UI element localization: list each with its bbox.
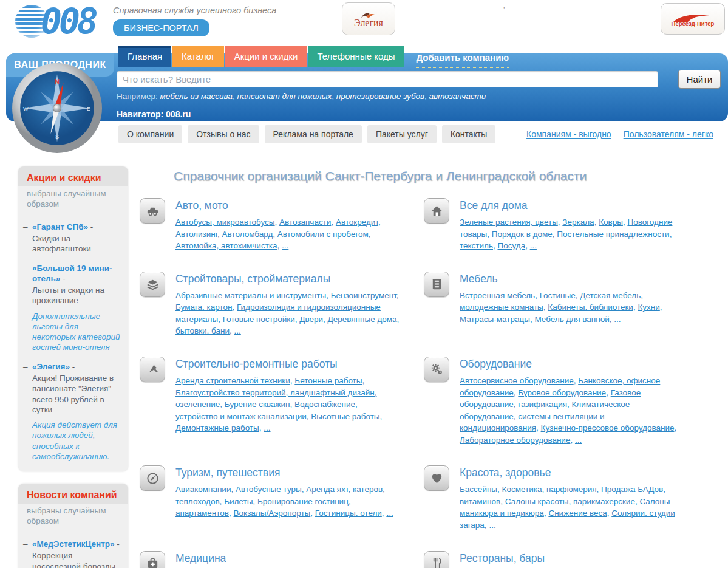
category-link[interactable]: Кузнечно-прессовое оборудование [541,423,675,433]
category-link[interactable]: Бумага, картон [175,303,233,312]
category-link[interactable]: Гостиные [540,291,576,300]
category-link[interactable]: Снижение веса [548,508,607,518]
dash-bullet: – [23,539,32,568]
subnav-button[interactable]: О компании [118,125,182,143]
subnav-button[interactable]: Контакты [442,125,495,143]
category-title[interactable]: Авто, мото [175,199,401,212]
subnav-link[interactable]: Пользователям - легко [624,129,713,139]
category-link[interactable]: Посуда [498,241,526,250]
category-link[interactable]: Салоны красоты, парикмахерские [505,497,635,506]
search-example-link[interactable]: протезирование зубов [336,92,424,101]
find-button[interactable]: Найти [678,70,721,89]
category-title[interactable]: Медицина [175,552,401,565]
category-link[interactable]: Зеленые растения, цветы [460,217,558,227]
category-title[interactable]: Рестораны, бары [460,552,685,565]
subnav-button[interactable]: Реклама на портале [265,125,362,143]
sidebar-item-note: Дополнительные льготы для некоторых кате… [32,311,122,353]
main-content: Справочник организаций Санкт-Петербурга … [140,163,726,568]
search-example-link[interactable]: мебель из массива [160,92,232,101]
category-link[interactable]: Автомойка, автохимчистка [175,241,277,250]
nav-tabs-row: ГлавнаяКаталогАкции и скидкиТелефонные к… [118,46,509,68]
category-link[interactable]: Встроенная мебель [460,291,535,300]
category-block: МебельВстроенная мебель, Гостиные, Детск… [424,272,726,337]
category-link[interactable]: Автолизинг [175,230,217,239]
company-link[interactable]: «Большой 19 мини-отель» [32,264,112,283]
category-title[interactable]: Оборудование [460,358,685,371]
company-link[interactable]: «МедЭстетикЦентр» [32,539,115,549]
category-link[interactable]: Мебель для ванной [534,315,609,324]
category-link[interactable]: Бензоинструмент [331,291,396,300]
category-link[interactable]: ... [234,326,241,335]
news-items: –«МедЭстетикЦентр» -Коррекция носослезно… [18,529,128,568]
category-link[interactable]: Аренда строительной техники [175,376,290,385]
category-link[interactable]: Двери [299,315,323,324]
category-link[interactable]: ... [386,508,393,518]
category-link[interactable]: Автоломбард [222,230,273,239]
add-company-link[interactable]: Добавить компанию [416,46,509,68]
subnav-link[interactable]: Компаниям - выгодно [526,129,611,139]
house-icon [424,198,449,224]
category-link[interactable]: Бурение скважин [225,400,290,409]
category-link[interactable]: ... [575,436,582,445]
category-link[interactable]: Автомобили с пробегом [277,230,369,239]
category-link[interactable]: Порядок в доме [492,230,553,239]
subnav-links: Компаниям - выгодноПользователям - легко [526,129,713,139]
svg-text:W: W [23,106,29,112]
company-link[interactable]: «Гарант СПб» [32,222,88,231]
category-link[interactable]: ... [489,521,495,530]
categories-grid: Авто, мотоАвтобусы, микроавтобусы, Автоз… [140,198,726,568]
category-link[interactable]: Авиакомпании [175,485,231,494]
category-link[interactable]: Готовые постройки [223,315,295,324]
category-title[interactable]: Строительно-ремонтные работы [175,358,401,371]
nav-tab[interactable]: Главная [118,46,171,67]
category-link[interactable]: Кухни [638,303,659,312]
elegia-logo-card[interactable]: Элегия [342,2,395,35]
category-link[interactable]: Буровое оборудование [518,388,606,397]
site-logo[interactable]: 008 [15,4,95,39]
compass-icon [140,465,165,491]
category-link[interactable]: ... [614,315,621,324]
category-link[interactable]: Зеркала [562,217,594,227]
category-link[interactable]: Абразивные материалы и инструменты [175,291,326,300]
search-example-link[interactable]: автозапчасти [429,92,486,101]
category-link[interactable]: Матрасы-матрацы [460,315,530,324]
category-link[interactable]: Демонтажные работы [175,423,259,433]
category-link[interactable]: Автобусы, микроавтобусы [175,217,275,227]
search-example-link[interactable]: пансионат для пожилых [237,92,332,101]
nav-tab[interactable]: Каталог [172,46,224,67]
category-link[interactable]: Автозапчасти [279,217,331,227]
company-link[interactable]: «Элегия» [32,362,70,371]
category-link[interactable]: ... [282,241,288,250]
category-title[interactable]: Все для дома [460,199,685,212]
search-input[interactable] [117,71,658,87]
navigator-link[interactable]: 008.ru [166,109,191,119]
category-link[interactable]: Лабораторное оборудование [460,436,570,445]
category-title[interactable]: Мебель [460,273,685,286]
gears-icon [424,357,449,382]
category-link[interactable]: Автокредит [336,217,378,227]
promo-card-subtitle: выбраны случайным образом [18,186,128,212]
nav-tab[interactable]: Телефонные коды [308,46,404,67]
category-link[interactable]: Бассейны [460,485,497,494]
category-link[interactable]: Автосервисное оборудование [460,376,574,385]
subnav-button[interactable]: Пакеты услуг [367,125,437,143]
category-link[interactable]: Высотные работы [311,412,379,421]
pereezd-logo-card[interactable]: Переезд-Питер [661,3,725,35]
category-link[interactable]: Билеты [224,497,253,506]
category-link[interactable]: Бетонные работы [294,376,362,385]
category-link[interactable]: Автобусные туры [236,485,302,494]
category-link[interactable]: ... [530,241,537,250]
category-title[interactable]: Стройтовары, стройматериалы [175,273,401,286]
category-body: Стройтовары, стройматериалыАбразивные ма… [175,272,401,337]
category-link[interactable]: Ковры [599,217,623,227]
category-link[interactable]: Вокзалы/Аэропорты [234,508,311,518]
category-title[interactable]: Туризм, путешествия [175,467,401,479]
category-link[interactable]: ... [264,423,270,433]
subnav-button[interactable]: Отзывы о нас [188,125,259,143]
category-title[interactable]: Красота, здоровье [460,467,685,479]
category-link[interactable]: Кабинеты, библиотеки [548,303,633,312]
category-link[interactable]: Гостиницы, отели [315,508,382,518]
nav-tab[interactable]: Акции и скидки [225,46,307,67]
category-link[interactable]: Косметика, парфюмерия [502,485,597,494]
pereezd-logo-text: Переезд-Питер [672,20,715,27]
